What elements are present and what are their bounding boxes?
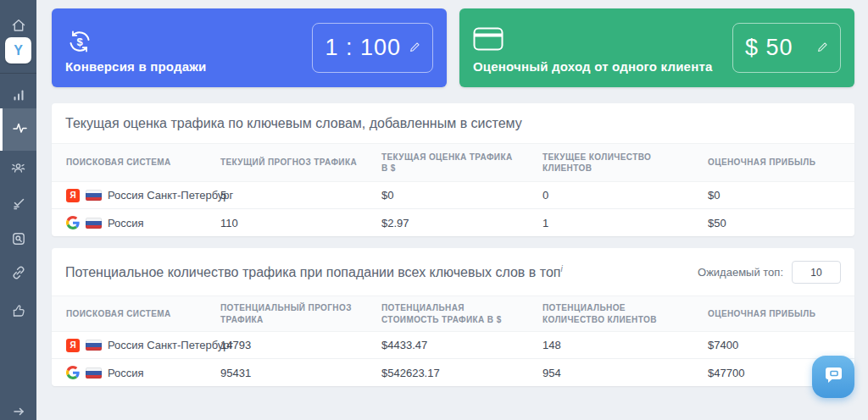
yandex-icon: Я bbox=[66, 189, 80, 202]
profit-value: $0 bbox=[708, 189, 840, 202]
col-header-current-forecast: Текущий прогноз трафика bbox=[220, 152, 381, 174]
double-check-icon bbox=[11, 196, 26, 211]
sidebar-item-recommendations[interactable] bbox=[0, 296, 36, 326]
table-row: Я Россия Санкт-Петербург 14793 $4433.47 … bbox=[52, 332, 854, 359]
competitors-icon bbox=[10, 160, 26, 176]
project-logo-letter: Y bbox=[14, 43, 23, 58]
conversion-value: 1 : 100 bbox=[325, 35, 401, 61]
region-label: Россия Санкт-Петербург bbox=[108, 189, 233, 202]
expected-top-control: Ожидаемый топ: bbox=[698, 261, 841, 284]
traffic-value: $4433.47 bbox=[381, 339, 542, 351]
chat-bubble-icon bbox=[822, 364, 844, 390]
region-label: Россия Санкт-Петербург bbox=[108, 339, 233, 351]
sidebar-divider bbox=[0, 73, 36, 74]
clients-value: 0 bbox=[542, 189, 708, 202]
russia-flag-icon bbox=[86, 340, 102, 351]
activity-pulse-icon bbox=[12, 120, 28, 140]
col-header-potential-traffic-value: Потенциальная стоимость трафика в $ bbox=[381, 297, 542, 330]
russia-flag-icon bbox=[86, 218, 102, 229]
edit-pencil-icon[interactable] bbox=[409, 41, 420, 56]
income-value: $ 50 bbox=[745, 35, 793, 61]
stat-cards-row: $ Конверсия в продажи 1 : 100 Оц bbox=[52, 8, 854, 87]
svg-text:$: $ bbox=[76, 36, 83, 48]
forecast-value: 5 bbox=[220, 189, 381, 202]
sidebar-item-collapse[interactable] bbox=[0, 396, 36, 420]
col-header-potential-clients: Потенциальное количество клиентов bbox=[542, 297, 708, 330]
sidebar: Y bbox=[0, 0, 36, 420]
income-value-box[interactable]: $ 50 bbox=[732, 23, 841, 73]
chat-widget-button[interactable] bbox=[812, 356, 854, 398]
income-card: Оценочный доход от одного клиента $ 50 bbox=[459, 8, 854, 87]
table-row: Россия 95431 $542623.17 954 $47700 bbox=[52, 359, 854, 386]
potential-table-header: Поисковая система Потенциальный прогноз … bbox=[52, 296, 854, 332]
bar-chart-icon bbox=[11, 87, 26, 102]
sidebar-item-competitors[interactable] bbox=[0, 152, 36, 183]
sidebar-item-positions[interactable] bbox=[0, 80, 36, 110]
clients-value: 954 bbox=[542, 367, 708, 379]
sidebar-item-home[interactable] bbox=[0, 10, 36, 41]
thumbs-up-icon bbox=[11, 303, 26, 318]
traffic-value: $542623.17 bbox=[381, 367, 542, 379]
col-header-current-clients: Текущее количество клиентов bbox=[542, 146, 708, 180]
yandex-icon: Я bbox=[66, 339, 80, 352]
potential-table-title: Потенциальное количество трафика при поп… bbox=[65, 264, 563, 280]
profit-value: $50 bbox=[708, 217, 840, 229]
forecast-value: 14793 bbox=[220, 339, 381, 351]
current-table-header: Поисковая система Текущий прогноз трафик… bbox=[52, 143, 854, 182]
arrow-right-icon bbox=[12, 405, 25, 418]
google-icon bbox=[66, 216, 80, 229]
expected-top-input[interactable] bbox=[792, 261, 841, 284]
potential-table-title-text: Потенциальное количество трафика при поп… bbox=[65, 265, 560, 279]
current-table-title: Текущая оценка трафика по ключевым слова… bbox=[65, 116, 522, 131]
current-traffic-table-card: Текущая оценка трафика по ключевым слова… bbox=[52, 103, 854, 236]
conversion-value-box[interactable]: 1 : 100 bbox=[312, 23, 433, 73]
col-header-potential-forecast: Потенциальный прогноз трафика bbox=[220, 297, 381, 330]
link-icon bbox=[11, 265, 26, 280]
google-icon bbox=[66, 366, 80, 379]
potential-traffic-table-card: Потенциальное количество трафика при поп… bbox=[52, 248, 854, 386]
sidebar-item-site-audit[interactable] bbox=[0, 224, 36, 254]
sidebar-item-links[interactable] bbox=[0, 257, 36, 288]
russia-flag-icon bbox=[86, 190, 102, 201]
project-logo[interactable]: Y bbox=[5, 37, 31, 64]
col-header-estimated-profit: Оценочная прибыль bbox=[708, 303, 840, 325]
edit-pencil-icon[interactable] bbox=[817, 41, 828, 56]
col-header-search-engine: Поисковая система bbox=[66, 303, 220, 325]
col-header-estimated-profit: Оценочная прибыль bbox=[708, 152, 840, 174]
table-row: Я Россия Санкт-Петербург 5 $0 0 $0 bbox=[52, 182, 854, 209]
search-square-icon bbox=[11, 231, 26, 246]
main-content: $ Конверсия в продажи 1 : 100 Оц bbox=[36, 0, 868, 420]
info-superscript[interactable]: i bbox=[560, 264, 562, 274]
region-label: Россия bbox=[108, 367, 144, 379]
col-header-current-traffic-value: Текущая оценка трафика в $ bbox=[381, 146, 542, 180]
clients-value: 148 bbox=[542, 339, 708, 351]
region-label: Россия bbox=[108, 217, 144, 229]
traffic-value: $2.97 bbox=[381, 217, 542, 229]
sidebar-item-traffic-forecast-active[interactable] bbox=[0, 108, 36, 151]
col-header-search-engine: Поисковая система bbox=[66, 152, 220, 174]
traffic-value: $0 bbox=[381, 189, 542, 202]
russia-flag-icon bbox=[86, 368, 102, 379]
clients-value: 1 bbox=[542, 217, 708, 229]
home-icon bbox=[11, 18, 26, 33]
sidebar-item-tasks[interactable] bbox=[0, 188, 36, 218]
forecast-value: 110 bbox=[220, 217, 381, 229]
expected-top-label: Ожидаемый топ: bbox=[698, 266, 783, 279]
profit-value: $7400 bbox=[708, 339, 840, 351]
forecast-value: 95431 bbox=[220, 367, 381, 379]
conversion-card: $ Конверсия в продажи 1 : 100 bbox=[52, 8, 447, 87]
table-row: Россия 110 $2.97 1 $50 bbox=[52, 209, 854, 236]
